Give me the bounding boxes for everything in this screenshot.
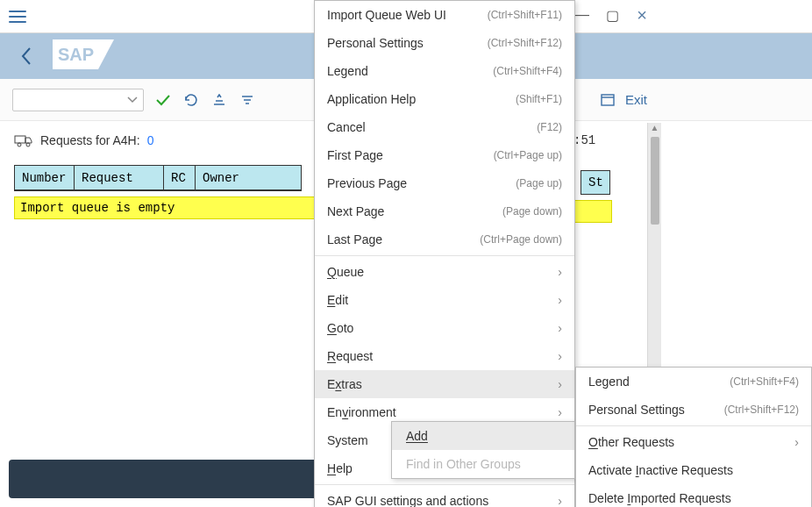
menu-item-label: Legend — [327, 64, 368, 78]
menu-item-shortcut: (F12) — [537, 121, 562, 133]
menu-item-label: Queue — [327, 265, 364, 279]
menu-item-shortcut: (Ctrl+Shift+F12) — [724, 403, 799, 416]
svg-text:SAP: SAP — [58, 45, 94, 64]
menu-item-label: Other Requests — [588, 435, 674, 449]
submenu-other-requests-flyout: Add Find in Other Groups — [391, 421, 575, 479]
requests-count: 0 — [147, 133, 154, 147]
exit-button[interactable]: Exit — [625, 92, 647, 107]
menu-item-label: Previous Page — [327, 176, 407, 190]
menu-item-shortcut: (Ctrl+Shift+F11) — [488, 9, 562, 21]
chevron-right-icon: › — [558, 377, 562, 391]
menu-item-shortcut: (Ctrl+Shift+F12) — [488, 37, 562, 49]
menu-item-label: Legend — [588, 375, 630, 389]
sort-button[interactable] — [210, 91, 228, 109]
filter-button[interactable] — [239, 91, 256, 109]
requests-label: Requests for A4H: — [40, 133, 140, 147]
refresh-button[interactable] — [182, 91, 200, 109]
chevron-right-icon: › — [558, 405, 562, 419]
col-request[interactable]: Request — [75, 166, 163, 190]
menu-item-label: Goto — [327, 321, 353, 335]
menu-item-request[interactable]: Request› — [315, 342, 574, 370]
menu-item[interactable]: Personal Settings(Ctrl+Shift+F12) — [576, 396, 811, 424]
menu-item-edit[interactable]: Edit› — [315, 286, 574, 314]
menu-item-shortcut: (Shift+F1) — [516, 93, 562, 105]
menu-item-label: System — [327, 433, 368, 447]
chevron-right-icon: › — [558, 321, 562, 335]
chevron-right-icon: › — [794, 435, 799, 449]
menu-item[interactable]: First Page(Ctrl+Page up) — [315, 141, 574, 169]
menu-item-label: Edit — [327, 293, 348, 307]
menu-item[interactable]: Next Page(Page down) — [315, 197, 574, 225]
menu-item-label: Extras — [327, 377, 362, 391]
chevron-right-icon: › — [558, 293, 562, 307]
scroll-up-icon[interactable]: ▲ — [648, 123, 661, 135]
menu-item[interactable]: Delete Imported Requests — [576, 484, 811, 507]
menu-item-shortcut: (Ctrl+Shift+F4) — [493, 65, 562, 77]
truck-icon — [14, 133, 33, 147]
menu-item[interactable]: Personal Settings(Ctrl+Shift+F12) — [315, 29, 574, 57]
menu-item-add[interactable]: Add — [392, 422, 574, 450]
menu-item-label: Personal Settings — [588, 403, 685, 417]
col-st[interactable]: St — [581, 170, 610, 195]
menu-item-goto[interactable]: Goto› — [315, 314, 574, 342]
menu-item-label: Delete Imported Requests — [588, 491, 731, 505]
menu-item-find-in-other-groups: Find in Other Groups — [392, 450, 574, 478]
empty-queue-message-st — [573, 200, 612, 223]
menu-item-label: Import Queue Web UI — [327, 8, 446, 22]
menu-item-shortcut: (Ctrl+Page down) — [480, 233, 562, 246]
menu-item-label: Personal Settings — [327, 36, 424, 50]
menu-item[interactable]: Import Queue Web UI(Ctrl+Shift+F11) — [315, 1, 574, 29]
col-owner[interactable]: Owner — [196, 166, 301, 190]
menu-item[interactable]: Legend(Ctrl+Shift+F4) — [576, 368, 811, 396]
menu-item[interactable]: Other Requests› — [576, 428, 811, 456]
menu-item-shortcut: (Ctrl+Page up) — [494, 149, 562, 161]
menu-item-label: Activate Inactive Requests — [588, 463, 733, 477]
menu-item-extras[interactable]: Extras› — [315, 370, 574, 398]
svg-point-5 — [18, 143, 21, 146]
menu-hamburger-button[interactable] — [7, 8, 28, 25]
menu-item[interactable]: Legend(Ctrl+Shift+F4) — [315, 57, 574, 85]
chevron-down-icon — [127, 96, 138, 104]
menu-item-label: Next Page — [327, 204, 384, 218]
menu-item-queue[interactable]: Queue› — [315, 258, 574, 286]
menu-item-label: Find in Other Groups — [406, 457, 521, 471]
menu-item-shortcut: (Page down) — [502, 205, 562, 218]
svg-point-6 — [26, 143, 30, 146]
menu-item[interactable]: Application Help(Shift+F1) — [315, 85, 574, 113]
sap-logo: SAP — [53, 39, 114, 73]
menu-item[interactable]: Activate Inactive Requests — [576, 456, 811, 484]
window-close-button[interactable]: × — [628, 4, 656, 26]
menu-item-label: Help — [327, 461, 353, 475]
svg-rect-4 — [15, 136, 25, 143]
menu-item-label: First Page — [327, 148, 383, 162]
menu-item-label: Last Page — [327, 232, 382, 246]
menu-item[interactable]: Cancel(F12) — [315, 113, 574, 141]
chevron-right-icon: › — [558, 494, 562, 507]
empty-queue-message: Import queue is empty — [14, 196, 326, 219]
col-number[interactable]: Number — [15, 166, 74, 190]
menu-item-label: Cancel — [327, 120, 366, 134]
command-field[interactable] — [12, 89, 144, 111]
accept-button[interactable] — [154, 91, 172, 109]
back-button[interactable] — [9, 39, 44, 74]
menu-item-label: Request — [327, 349, 373, 363]
chevron-left-icon — [20, 46, 32, 66]
timestamp: :51 — [573, 133, 595, 147]
col-rc[interactable]: RC — [164, 166, 195, 190]
menu-item-sap-gui-settings[interactable]: SAP GUI settings and actions› — [315, 487, 574, 507]
menu-item-shortcut: (Page up) — [516, 177, 562, 189]
window-controls: — ▢ × — [568, 4, 656, 26]
menu-item[interactable]: Last Page(Ctrl+Page down) — [315, 225, 574, 254]
window-maximize-button[interactable]: ▢ — [598, 4, 626, 26]
menu-item-label: Add — [406, 429, 428, 443]
menu-item-label: Application Help — [327, 92, 416, 106]
scroll-thumb[interactable] — [651, 137, 659, 225]
chevron-right-icon: › — [558, 265, 562, 279]
menu-item-label: SAP GUI settings and actions — [327, 494, 488, 507]
chevron-right-icon: › — [558, 349, 562, 363]
window-small-icon[interactable] — [599, 91, 616, 109]
menu-item-label: Environment — [327, 405, 396, 419]
menu-item-shortcut: (Ctrl+Shift+F4) — [730, 375, 799, 388]
menu-item[interactable]: Previous Page(Page up) — [315, 169, 574, 197]
submenu-extras: Legend(Ctrl+Shift+F4)Personal Settings(C… — [575, 367, 812, 507]
